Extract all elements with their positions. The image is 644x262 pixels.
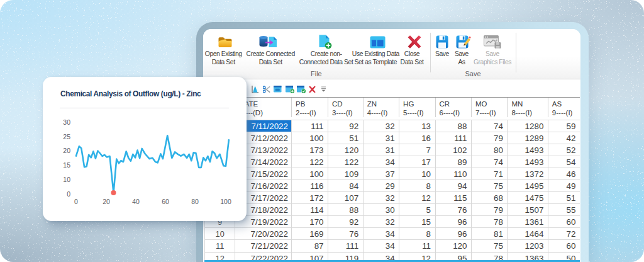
svg-text:25: 25	[63, 133, 70, 140]
svg-text:60: 60	[162, 198, 169, 205]
svg-text:10: 10	[63, 176, 70, 183]
svg-text:80: 80	[191, 198, 199, 205]
svg-text:0: 0	[67, 190, 70, 198]
svg-text:20: 20	[63, 147, 70, 154]
svg-text:40: 40	[132, 198, 140, 205]
svg-text:30: 30	[63, 118, 70, 126]
svg-text:15: 15	[63, 161, 70, 169]
svg-text:20: 20	[103, 198, 110, 205]
svg-text:100: 100	[220, 198, 231, 205]
svg-text:0: 0	[74, 198, 78, 205]
